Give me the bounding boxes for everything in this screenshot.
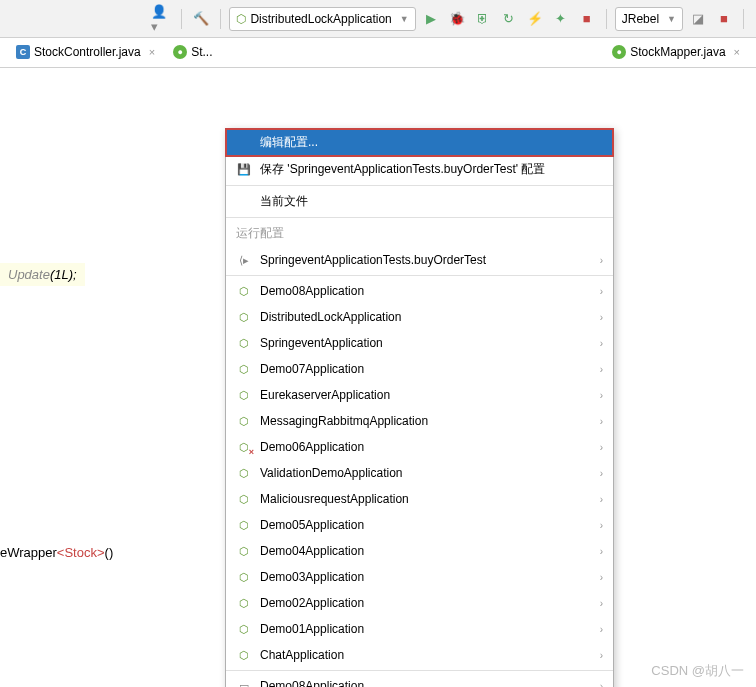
run-config-item[interactable]: ⬡ChatApplication›: [226, 642, 613, 668]
spring-icon: ⬡: [236, 413, 252, 429]
java-icon: ●: [612, 45, 626, 59]
run-config-item[interactable]: ⬡Demo05Application›: [226, 512, 613, 538]
chevron-right-icon: ›: [600, 255, 603, 266]
hammer-icon[interactable]: 🔨: [190, 8, 212, 30]
item-label: Demo08Application: [260, 284, 364, 298]
rebel-icon[interactable]: ◪: [687, 8, 709, 30]
spring-error-icon: ⬡: [236, 439, 252, 455]
menu-edit-config[interactable]: 编辑配置...: [226, 129, 613, 156]
run-config-item[interactable]: ⬡EurekaserverApplication›: [226, 382, 613, 408]
coverage-icon[interactable]: ⛨: [472, 8, 494, 30]
chevron-right-icon: ›: [600, 390, 603, 401]
item-label: MaliciousrequestApplication: [260, 492, 409, 506]
run-config-item[interactable]: ⬡MaliciousrequestApplication›: [226, 486, 613, 512]
chevron-right-icon: ›: [600, 442, 603, 453]
run-config-item[interactable]: ⬡Demo01Application›: [226, 616, 613, 642]
run-config-item[interactable]: ⬡MessagingRabbitmqApplication›: [226, 408, 613, 434]
close-icon[interactable]: ×: [149, 46, 155, 58]
editor-area[interactable]: Update(1L); eWrapper<Stock>() 编辑配置... 💾 …: [0, 68, 756, 687]
tab-stockcontroller[interactable]: C StockController.java ×: [8, 41, 163, 65]
section-header: 运行配置: [226, 220, 613, 247]
debug-icon[interactable]: 🐞: [446, 8, 468, 30]
chevron-right-icon: ›: [600, 681, 603, 688]
spring-icon: ⬡: [236, 387, 252, 403]
spring-icon: ⬡: [236, 543, 252, 559]
run-config-item[interactable]: ⬡Demo02Application›: [226, 590, 613, 616]
more-run-icon[interactable]: ✦: [550, 8, 572, 30]
item-label: DistributedLockApplication: [260, 310, 401, 324]
item-label: Demo07Application: [260, 362, 364, 376]
code-line: eWrapper<Stock>(): [0, 545, 113, 560]
spring-icon: ⬡: [236, 283, 252, 299]
app-icon: ▭: [236, 678, 252, 687]
thread-icon[interactable]: ⚡: [524, 8, 546, 30]
jrebel-selector[interactable]: JRebel ▼: [615, 7, 683, 31]
item-label: SpringeventApplication: [260, 336, 383, 350]
spring-icon: ⬡: [236, 647, 252, 663]
run-config-item[interactable]: ⬡Demo07Application›: [226, 356, 613, 382]
profile-icon[interactable]: ↻: [498, 8, 520, 30]
run-config-item[interactable]: ⬡Demo08Application›: [226, 278, 613, 304]
separator: [226, 670, 613, 671]
close-icon[interactable]: ×: [734, 46, 740, 58]
tab-st[interactable]: ● St...: [165, 41, 220, 65]
run-config-item[interactable]: ⟨▸SpringeventApplicationTests.buyOrderTe…: [226, 247, 613, 273]
menu-save-config[interactable]: 💾 保存 'SpringeventApplicationTests.buyOrd…: [226, 156, 613, 183]
stop-icon[interactable]: ■: [576, 8, 598, 30]
run-config-dropdown: 编辑配置... 💾 保存 'SpringeventApplicationTest…: [225, 128, 614, 687]
user-icon[interactable]: 👤▾: [151, 8, 173, 30]
item-label: ChatApplication: [260, 648, 344, 662]
spring-icon: ⬡: [236, 465, 252, 481]
tab-stockmapper[interactable]: ● StockMapper.java ×: [604, 41, 748, 65]
chevron-right-icon: ›: [600, 286, 603, 297]
chevron-right-icon: ›: [600, 494, 603, 505]
item-label: Demo03Application: [260, 570, 364, 584]
run-config-label: DistributedLockApplication: [250, 12, 391, 26]
item-label: Demo02Application: [260, 596, 364, 610]
chevron-right-icon: ›: [600, 338, 603, 349]
run-config-item[interactable]: ⬡Demo03Application›: [226, 564, 613, 590]
java-icon: ●: [173, 45, 187, 59]
separator: [226, 185, 613, 186]
run-config-selector[interactable]: ⬡ DistributedLockApplication ▼: [229, 7, 415, 31]
separator: [226, 275, 613, 276]
spring-icon: ⬡: [236, 491, 252, 507]
tab-label: St...: [191, 45, 212, 59]
spring-icon: ⬡: [236, 309, 252, 325]
run-config-item[interactable]: ▭Demo08Application›: [226, 673, 613, 687]
jrebel-label: JRebel: [622, 12, 659, 26]
blank-icon: [236, 194, 252, 210]
tab-label: StockMapper.java: [630, 45, 725, 59]
run-config-item[interactable]: ⬡ValidationDemoApplication›: [226, 460, 613, 486]
rebel-stop-icon[interactable]: ■: [713, 8, 735, 30]
menu-label: 保存 'SpringeventApplicationTests.buyOrder…: [260, 161, 545, 178]
run-config-item[interactable]: ⬡Demo06Application›: [226, 434, 613, 460]
run-config-item[interactable]: ⬡Demo04Application›: [226, 538, 613, 564]
item-label: ValidationDemoApplication: [260, 466, 403, 480]
watermark: CSDN @胡八一: [651, 662, 744, 680]
chevron-right-icon: ›: [600, 312, 603, 323]
save-icon: 💾: [236, 162, 252, 178]
item-label: SpringeventApplicationTests.buyOrderTest: [260, 253, 486, 267]
menu-current-file[interactable]: 当前文件: [226, 188, 613, 215]
spring-icon: ⬡: [236, 621, 252, 637]
item-label: MessagingRabbitmqApplication: [260, 414, 428, 428]
menu-label: 编辑配置...: [260, 134, 318, 151]
separator: [226, 217, 613, 218]
run-test-icon: ⟨▸: [236, 252, 252, 268]
class-icon: C: [16, 45, 30, 59]
item-label: EurekaserverApplication: [260, 388, 390, 402]
chevron-right-icon: ›: [600, 520, 603, 531]
chevron-right-icon: ›: [600, 546, 603, 557]
editor-tabs: C StockController.java × ● St... ● Stock…: [0, 38, 756, 68]
spring-icon: ⬡: [236, 595, 252, 611]
run-icon[interactable]: ▶: [420, 8, 442, 30]
chevron-right-icon: ›: [600, 624, 603, 635]
tab-label: StockController.java: [34, 45, 141, 59]
chevron-right-icon: ›: [600, 468, 603, 479]
dropdown-arrow-icon: ▼: [667, 14, 676, 24]
run-config-item[interactable]: ⬡DistributedLockApplication›: [226, 304, 613, 330]
run-config-item[interactable]: ⬡SpringeventApplication›: [226, 330, 613, 356]
blank-icon: [236, 135, 252, 151]
code-line: Update(1L);: [0, 263, 85, 286]
